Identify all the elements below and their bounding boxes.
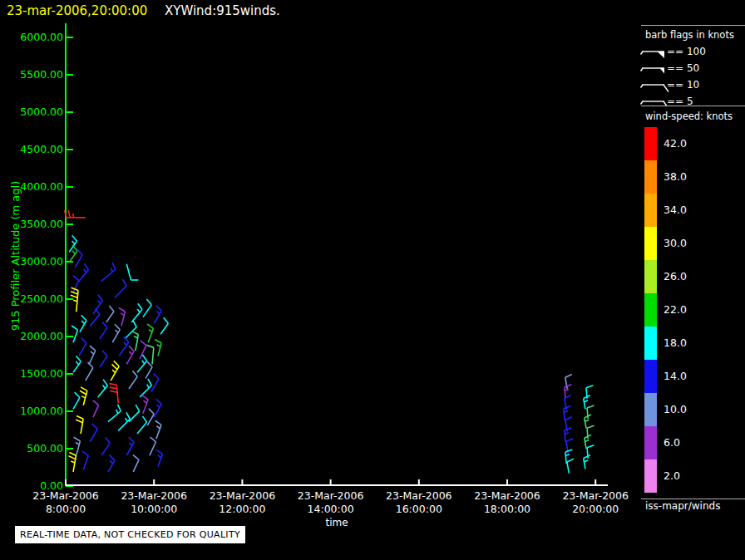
x-axis: 23-Mar-20068:00:0023-Mar-200610:00:0023-… [32, 479, 629, 515]
wind-barb [89, 346, 96, 364]
wind-barb [76, 415, 83, 434]
y-tick-label: 2500.00 [20, 292, 63, 305]
wind-barbs [65, 210, 595, 473]
x-tick-time: 10:00:00 [131, 503, 177, 515]
speed-scale-swatch [644, 127, 657, 160]
y-tick-label: 3000.00 [20, 255, 63, 268]
wind-barb [108, 405, 121, 422]
y-tick-label: 1000.00 [20, 405, 63, 417]
y-tick-label: 5000.00 [20, 106, 63, 118]
speed-scale-label: 34.0 [664, 204, 687, 216]
wind-barb [131, 303, 142, 322]
barb-flag-legend-glyphs [641, 52, 669, 106]
speed-scale-swatch [644, 327, 657, 360]
y-tick-label: 5500.00 [20, 68, 63, 81]
wind-barb [106, 306, 114, 322]
plot-surface: 0.00500.001000.001500.002000.002500.0030… [0, 0, 745, 560]
speed-scale-label: 10.0 [664, 403, 687, 415]
speed-scale-label: 6.0 [664, 436, 680, 449]
speed-scale-swatch [644, 459, 657, 493]
wind-barb [146, 361, 152, 378]
wind-barb [567, 459, 574, 474]
speed-scale-label: 18.0 [664, 336, 687, 349]
speed-scale-label: 30.0 [664, 237, 687, 249]
quality-banner: REAL-TIME DATA, NOT CHECKED FOR QUALITY [15, 526, 245, 543]
x-tick-time: 12:00:00 [219, 503, 265, 515]
x-tick-date: 23-Mar-2006 [386, 489, 452, 502]
wind-barb [147, 324, 153, 342]
x-tick-date: 23-Mar-2006 [121, 489, 187, 502]
x-tick-time: 18:00:00 [484, 503, 530, 515]
wind-barb [146, 345, 153, 364]
barb-legend-row-label-5: == 5 [667, 96, 693, 107]
speed-scale-label: 2.0 [664, 469, 680, 482]
wind-profiler-chart: 0.00500.001000.001500.002000.002500.0030… [0, 0, 745, 560]
wind-barb [65, 210, 86, 218]
wind-barb [101, 437, 110, 455]
wind-barb [154, 399, 161, 417]
speed-scale-swatch [644, 426, 657, 459]
speed-scale-label: 42.0 [664, 137, 687, 150]
x-tick-time: 14:00:00 [308, 503, 354, 515]
wind-barb [137, 416, 147, 434]
barb-legend-row-label-100: == 100 [667, 46, 706, 57]
wind-barb [100, 351, 107, 367]
wind-barb [80, 387, 87, 405]
pennant-small-icon [660, 68, 665, 74]
wind-barb [118, 412, 130, 430]
wind-barb [98, 380, 108, 397]
wind-barb [109, 384, 118, 403]
wind-barb [93, 400, 99, 417]
page-title: XYWind:915winds. [165, 3, 280, 18]
wind-barb [80, 315, 86, 332]
wind-barb [126, 346, 134, 364]
timestamp: 23-mar-2006,20:00:00 [7, 3, 147, 18]
wind-barb [131, 332, 138, 351]
wind-barb [155, 339, 161, 356]
wind-barb [584, 455, 590, 469]
wind-barb [150, 437, 156, 455]
wind-barb [100, 322, 107, 339]
x-tick-date: 23-Mar-2006 [32, 489, 99, 502]
speed-scale-swatch [644, 260, 657, 293]
barb-legend-row-label-50: == 50 [667, 62, 699, 74]
y-axis-title: 915 Profiler Altitude (m agl) [9, 181, 22, 332]
pennant-large-icon [658, 52, 665, 58]
wind-barb [143, 299, 151, 317]
wind-barb [73, 356, 81, 372]
x-tick-time: 8:00:00 [46, 503, 86, 515]
barb-legend-title: barb flags in knots [645, 29, 734, 41]
x-axis-title: time [325, 517, 348, 528]
wind-barb [151, 374, 159, 392]
wind-barb [112, 324, 120, 342]
wind-barb [126, 264, 138, 280]
wind-barb [129, 405, 140, 422]
wind-barb [74, 437, 81, 455]
wind-speed-scale: 42.038.034.030.026.022.018.014.010.06.02… [644, 127, 687, 493]
speed-scale-label: 22.0 [664, 303, 687, 316]
speed-scale-swatch [644, 360, 657, 393]
x-tick-time: 16:00:00 [396, 503, 442, 515]
credit-label: iss-mapr/winds [645, 500, 720, 512]
wind-barb [133, 455, 139, 472]
y-tick-label: 3500.00 [20, 218, 63, 230]
wind-barb [137, 355, 147, 372]
y-tick-label: 4000.00 [20, 180, 63, 193]
x-tick-date: 23-Mar-2006 [562, 489, 629, 502]
x-tick-date: 23-Mar-2006 [474, 489, 540, 502]
barb-legend-row-label-10: == 10 [667, 79, 699, 91]
wind-barb [140, 379, 151, 397]
wind-barb [126, 437, 134, 455]
wind-barb [82, 451, 88, 469]
half-tick-icon [664, 101, 667, 106]
speed-scale-swatch [644, 194, 657, 227]
wind-barb [154, 306, 161, 324]
wind-barb [79, 337, 86, 356]
wind-barb [160, 317, 168, 334]
wind-barb [115, 279, 126, 297]
y-tick-label: 2000.00 [20, 330, 63, 342]
wind-barb [101, 263, 116, 281]
wind-barb [86, 362, 93, 381]
speed-scale-label: 38.0 [664, 170, 687, 183]
wind-barb [90, 424, 97, 442]
